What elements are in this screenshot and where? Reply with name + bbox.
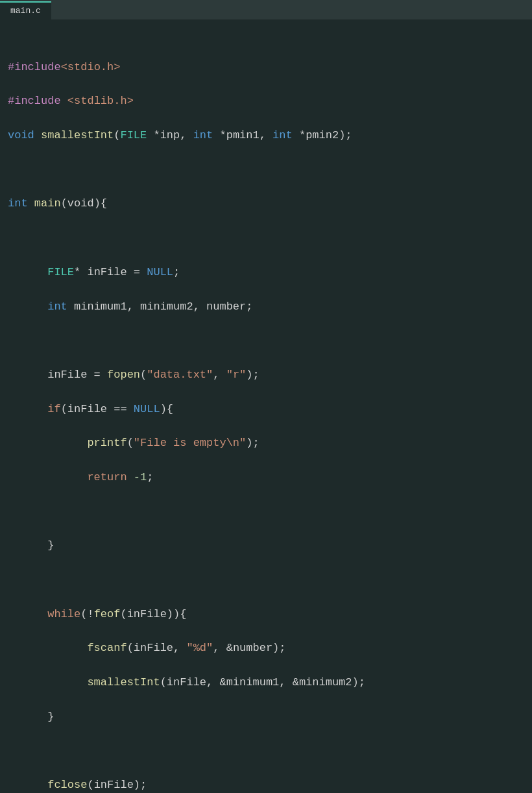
- code-line-9: [8, 332, 532, 349]
- code-line-8: int minimum1, minimum2, number;: [8, 299, 532, 315]
- code-line-14: [8, 504, 532, 520]
- tab-label: main.c: [10, 5, 41, 18]
- code-line-13: return -1;: [8, 469, 532, 486]
- code-line-21: [8, 742, 532, 759]
- code-line-7: FILE* inFile = NULL;: [8, 264, 532, 281]
- code-line-18: fscanf(inFile, "%d", &number);: [8, 640, 532, 657]
- code-line-5: int main(void){: [8, 195, 532, 212]
- code-line-19: smallestInt(inFile, &minimum1, &minimum2…: [8, 674, 532, 691]
- code-line-22: fclose(inFile);: [8, 777, 532, 793]
- code-line-15: }: [8, 537, 532, 554]
- code-line-6: [8, 230, 532, 247]
- code-line-4: [8, 162, 532, 178]
- code-line-10: inFile = fopen("data.txt", "r");: [8, 367, 532, 384]
- code-line-20: }: [8, 709, 532, 726]
- code-line-16: [8, 572, 532, 589]
- code-line-12: printf("File is empty\n");: [8, 435, 532, 452]
- tab-main-c[interactable]: main.c: [0, 1, 51, 19]
- tab-bar: main.c: [0, 0, 532, 19]
- code-line-1: #include<stdio.h>: [8, 59, 532, 76]
- code-line-2: #include <stdlib.h>: [8, 93, 532, 110]
- code-line-17: while(!feof(inFile)){: [8, 606, 532, 623]
- code-line-3: void smallestInt(FILE *inp, int *pmin1, …: [8, 127, 532, 144]
- code-area: #include<stdio.h> #include <stdlib.h> vo…: [0, 19, 532, 793]
- code-line-11: if(inFile == NULL){: [8, 401, 532, 418]
